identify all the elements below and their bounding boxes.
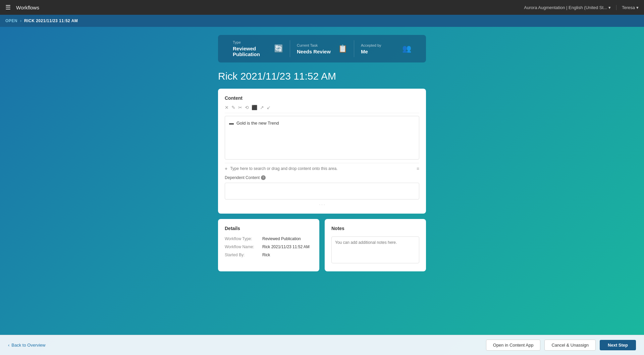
accepted-label: Accepted by xyxy=(361,43,381,47)
notes-panel: Notes xyxy=(325,219,426,271)
toolbar-x-icon[interactable]: ✕ xyxy=(225,105,229,110)
open-content-app-button[interactable]: Open in Content App xyxy=(486,340,541,351)
toolbar-edit-icon[interactable]: ✎ xyxy=(231,105,235,110)
next-step-button[interactable]: Next Step xyxy=(600,340,636,350)
details-title: Details xyxy=(225,226,313,231)
bars-icon: ≡ xyxy=(417,166,419,171)
task-value: Needs Review xyxy=(297,49,331,54)
accepted-value: Me xyxy=(361,49,381,54)
content-editor[interactable]: ▬ Gold is the new Trend xyxy=(225,116,419,160)
toolbar-copy-icon[interactable]: ⬛ xyxy=(252,105,257,110)
breadcrumb-open-link[interactable]: OPEN xyxy=(5,18,17,23)
env-label: Aurora Augmentation | English (United St… xyxy=(524,5,607,10)
content-search-input[interactable] xyxy=(230,166,414,171)
page-title: Rick 2021/11/23 11:52 AM xyxy=(218,71,426,82)
task-label: Current Task xyxy=(297,43,331,47)
content-item: ▬ Gold is the new Trend xyxy=(229,120,415,126)
toolbar-scissors-icon[interactable]: ✂ xyxy=(238,105,242,110)
content-item-text: Gold is the new Trend xyxy=(236,121,279,126)
toolbar-undo-icon[interactable]: ⟲ xyxy=(245,105,249,110)
footer-actions: Open in Content App Cancel & Unassign Ne… xyxy=(486,340,636,351)
detail-key-name: Workflow Name: xyxy=(225,245,258,249)
nav-right: Aurora Augmentation | English (United St… xyxy=(524,5,639,10)
content-section-title: Content xyxy=(225,95,419,101)
notes-textarea[interactable] xyxy=(331,236,419,263)
content-item-doc-icon: ▬ xyxy=(229,120,234,126)
detail-key-started: Started By: xyxy=(225,253,258,257)
task-icon: 📋 xyxy=(338,44,347,53)
breadcrumb-current: RICK 2021/11/23 11:52 AM xyxy=(24,18,78,23)
back-chevron-icon: ‹ xyxy=(8,343,9,348)
environment-selector[interactable]: Aurora Augmentation | English (United St… xyxy=(524,5,616,10)
type-value: Reviewed Publication xyxy=(233,46,274,57)
info-card-type: Type Reviewed Publication 🔄 xyxy=(226,40,290,57)
detail-row-started: Started By: Rick xyxy=(225,253,313,257)
user-chevron-icon: ▾ xyxy=(636,5,639,10)
type-label: Type xyxy=(233,40,274,44)
toolbar-back-icon[interactable]: ↙ xyxy=(267,105,271,110)
plus-icon: + xyxy=(225,166,227,171)
top-navigation: ☰ Workflows Aurora Augmentation | Englis… xyxy=(0,0,644,15)
resize-handle[interactable]: · · · xyxy=(225,202,419,207)
content-panel: Content ✕ ✎ ✂ ⟲ ⬛ ↗ ↙ ▬ Gold is the new … xyxy=(218,89,426,214)
breadcrumb-separator-icon: › xyxy=(20,18,21,23)
info-card-accepted: Accepted by Me 👥 xyxy=(354,40,418,57)
detail-value-started: Rick xyxy=(262,253,270,257)
user-label: Teresa xyxy=(622,5,635,10)
content-toolbar: ✕ ✎ ✂ ⟲ ⬛ ↗ ↙ xyxy=(225,105,419,113)
back-label: Back to Overview xyxy=(11,343,45,348)
info-card-task: Current Task Needs Review 📋 xyxy=(290,40,354,57)
dependent-help-icon[interactable]: ? xyxy=(261,175,266,180)
dependent-content-area xyxy=(225,183,419,199)
detail-row-name: Workflow Name: Rick 2021/11/23 11:52 AM xyxy=(225,245,313,249)
bottom-panels: Details Workflow Type: Reviewed Publicat… xyxy=(218,219,426,271)
detail-value-type: Reviewed Publication xyxy=(262,236,301,241)
app-title: Workflows xyxy=(16,5,39,10)
details-panel: Details Workflow Type: Reviewed Publicat… xyxy=(218,219,319,271)
detail-value-name: Rick 2021/11/23 11:52 AM xyxy=(262,245,310,249)
detail-row-type: Workflow Type: Reviewed Publication xyxy=(225,236,313,241)
toolbar-forward-icon[interactable]: ↗ xyxy=(260,105,264,110)
breadcrumb: OPEN › RICK 2021/11/23 11:52 AM xyxy=(0,15,644,27)
dependent-content-label: Dependent Content ? xyxy=(225,175,419,180)
env-chevron-icon: ▾ xyxy=(608,5,611,10)
hamburger-icon[interactable]: ☰ xyxy=(5,4,11,11)
info-cards-container: Type Reviewed Publication 🔄 Current Task… xyxy=(218,35,426,62)
type-icon: 🔄 xyxy=(274,44,283,53)
accepted-icon: 👥 xyxy=(402,44,411,53)
notes-title: Notes xyxy=(331,226,419,231)
main-content: Type Reviewed Publication 🔄 Current Task… xyxy=(0,27,644,355)
footer: ‹ Back to Overview Open in Content App C… xyxy=(0,335,644,355)
user-selector[interactable]: Teresa ▾ xyxy=(622,5,639,10)
content-search-bar[interactable]: + ≡ xyxy=(225,163,419,171)
back-to-overview-link[interactable]: ‹ Back to Overview xyxy=(8,343,46,348)
cancel-unassign-button[interactable]: Cancel & Unassign xyxy=(544,340,596,351)
nav-left: ☰ Workflows xyxy=(5,4,39,11)
detail-key-type: Workflow Type: xyxy=(225,236,258,241)
